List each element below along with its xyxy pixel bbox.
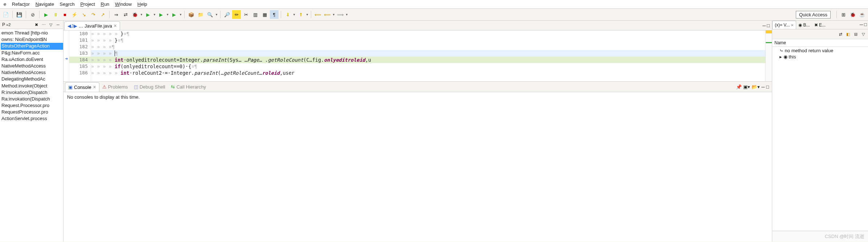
collapse-icon[interactable]: ⊟ [852,31,859,37]
display-icon[interactable]: ▣▾ [743,84,750,90]
tab-debug-shell[interactable]: ◫ Debug Shell [131,82,168,91]
minimize-icon[interactable]: ─ [762,23,766,28]
minimize-icon[interactable]: ─ [55,22,61,28]
menu-search[interactable]: Search [58,0,77,8]
maximize-icon[interactable]: □ [766,84,769,90]
console-output: No consoles to display at this time. [63,92,772,242]
suspend-icon[interactable]: ⏸ [51,10,60,19]
maximize-icon[interactable]: □ [767,23,770,28]
menu-window[interactable]: Window [113,0,134,8]
tab-console[interactable]: ▣ Console ✕ [65,82,99,92]
code-editor[interactable]: ➜ 180 181 182 183 184 185 186 » » » » » … [63,30,772,81]
perspective-open-icon[interactable]: ⊞ [839,10,848,19]
close-icon[interactable]: ✕ [93,85,96,90]
close-icon[interactable]: ✕ [791,23,794,27]
debug-icon[interactable]: 🐞 [131,10,139,19]
close-icon[interactable]: ✕ [114,24,117,28]
list-item[interactable]: Ra.uAction.doEvent [1,56,63,63]
list-item[interactable]: RequestProcessor.pro [1,109,63,115]
list-item[interactable]: R:invokation(Dispatch [1,89,63,96]
menu-help[interactable]: Help [135,0,149,8]
step-over-icon[interactable]: ↷ [89,10,98,19]
list-item[interactable]: owns: NioEndpoint$N [1,36,63,43]
disconnect-icon[interactable]: ⚡ [70,10,79,19]
list-item[interactable]: Method.invoke(Object [1,83,63,89]
menu-item[interactable]: e [1,0,8,8]
binary-icon[interactable]: 📄 [1,10,10,19]
forward-icon[interactable]: ⟹ [336,10,345,19]
type-icon[interactable]: 🔍 [206,10,214,19]
menu-run[interactable]: Run [99,0,112,8]
editor-tab[interactable]: ◀J▶ … JavaFile.java ✕ [64,21,120,30]
java-perspective-icon[interactable]: ☕ [858,10,867,19]
list-item[interactable]: Request.Processor.pro [1,102,63,109]
list-item[interactable]: ActionServlet.process [1,115,63,122]
remove-all-icon[interactable]: ⋯ [41,22,46,28]
block-select-icon[interactable]: ▦ [260,10,269,19]
new-icon[interactable]: 📦 [187,10,196,19]
menu-bar: e Refactor Navigate Search Project Run W… [0,0,868,9]
bottom-tab-bar: ▣ Console ✕ ⚠ Problems ◫ Debug Shell ⇆ C… [63,81,772,92]
minimize-icon[interactable]: ─ [860,22,863,28]
search2-icon[interactable]: 🔎 [223,10,231,19]
list-item[interactable]: DelegatingMethodAc [1,76,63,82]
next-ann-icon[interactable]: ⇓ [283,10,292,19]
folder-icon[interactable]: 📁 [196,10,205,19]
resume-icon[interactable]: ▶ [42,10,50,19]
menu-project[interactable]: Project [78,0,97,8]
list-item[interactable]: Ra:invokation(Dispatch [1,96,63,102]
open-console-icon[interactable]: 📂▾ [752,84,760,90]
list-item[interactable]: NativeMethodAccess [1,69,63,76]
overview-ruler[interactable] [765,30,772,81]
prev-ann-icon[interactable]: ⇑ [296,10,305,19]
list-item[interactable]: NativeMethodAccess [1,63,63,69]
step-into-icon[interactable]: ↘ [79,10,88,19]
show-type-icon[interactable]: ⇄ [837,31,844,37]
var-row[interactable]: ⤷ no method return value [772,48,868,54]
minimize-icon[interactable]: ─ [761,84,765,90]
back2-icon[interactable]: ⟸ [323,10,332,19]
outline-icon[interactable]: ▥ [251,10,260,19]
vars-toolbar: ⇄ ◧ ⊟ ▽ [772,29,868,39]
tab-call-hierarchy[interactable]: ⇆ Call Hierarchy [168,82,209,91]
variables-tree[interactable]: ⤷ no method return value ▸ ◉ this [772,47,868,231]
quick-access-field[interactable]: Quick Access [796,11,831,19]
remove-icon[interactable]: ✖ [33,22,39,28]
save-icon[interactable]: 💾 [15,10,24,19]
list-item[interactable]: StrutsOtherPageAction [1,43,63,49]
terminate-icon[interactable]: ■ [61,10,69,19]
run-icon[interactable]: ▶ [144,10,152,19]
coverage-icon[interactable]: ▶ [157,10,165,19]
menu-refactor[interactable]: Refactor [10,0,32,8]
var-row[interactable]: ▸ ◉ this [772,54,868,60]
hierarchy-icon: ⇆ [171,84,175,90]
tab-variables[interactable]: (x)= V... ✕ [772,21,796,29]
pin-icon[interactable]: 📌 [736,84,742,90]
skip-breakpoints-icon[interactable]: ⊘ [28,10,37,19]
debug-perspective-icon[interactable]: 🐞 [848,10,857,19]
line-gutter: 180 181 182 183 184 185 186 [69,30,91,81]
variables-col-header[interactable]: Name [772,39,868,47]
main-toolbar: 📄 💾 ⊘ ▶ ⏸ ■ ⚡ ↘ ↷ ↗ ⇒ ⇄ 🐞▼ ▶▼ ▶▼ ▶▼ 📦 📁 … [0,9,868,21]
cut-icon[interactable]: ✂ [242,10,250,19]
tab-problems[interactable]: ⚠ Problems [99,82,131,91]
back-icon[interactable]: ⟸ [313,10,322,19]
run-last-icon[interactable]: ▶ [170,10,178,19]
drop-frame-icon[interactable]: ⇒ [112,10,120,19]
view-menu-icon[interactable]: ▽ [860,31,867,37]
show-ws-icon[interactable]: ¶ [270,10,279,19]
show-logical-icon[interactable]: ◧ [845,31,851,37]
tab-breakpoints[interactable]: ◉ B... [796,21,812,29]
maximize-icon[interactable]: □ [864,22,867,28]
tab-expressions[interactable]: ✖ E... [812,21,828,29]
list-item[interactable]: emon Thread [http-nio [1,30,63,36]
step-filters-icon[interactable]: ⇄ [121,10,130,19]
editor-tab-bar: ◀J▶ … JavaFile.java ✕ ─ □ [63,21,772,30]
list-item[interactable]: P&g:NavForm.acc [1,50,63,56]
view-menu-icon[interactable]: ▽ [48,22,54,28]
debug-stack-list[interactable]: emon Thread [http-nio owns: NioEndpoint$… [0,29,63,242]
vars-tab-bar: (x)= V... ✕ ◉ B... ✖ E... ─ □ [772,21,868,29]
toggle-mark-icon[interactable]: ✏ [232,10,241,19]
menu-navigate[interactable]: Navigate [33,0,56,8]
step-return-icon[interactable]: ↗ [98,10,107,19]
